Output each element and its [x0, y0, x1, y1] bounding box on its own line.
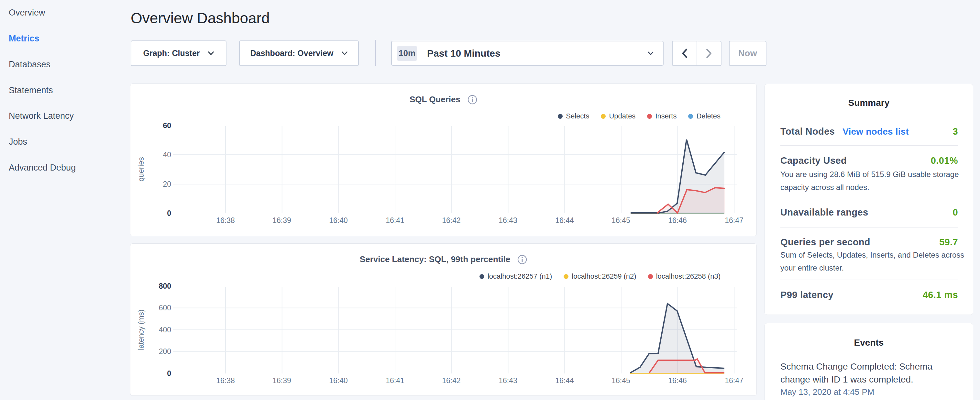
svg-text:16:45: 16:45 — [611, 376, 630, 385]
svg-text:40: 40 — [163, 150, 171, 159]
svg-text:16:45: 16:45 — [611, 216, 630, 225]
svg-text:16:43: 16:43 — [499, 216, 517, 225]
svg-text:16:46: 16:46 — [668, 216, 687, 225]
svg-text:16:40: 16:40 — [329, 376, 348, 385]
svg-text:latency (ms): latency (ms) — [137, 309, 145, 350]
svg-text:queries: queries — [137, 157, 145, 181]
svg-text:16:42: 16:42 — [442, 216, 461, 225]
svg-text:400: 400 — [159, 325, 171, 334]
svg-text:200: 200 — [159, 347, 171, 356]
svg-text:16:39: 16:39 — [272, 376, 291, 385]
svg-text:16:41: 16:41 — [386, 216, 404, 225]
svg-text:60: 60 — [163, 121, 171, 130]
svg-text:0: 0 — [167, 209, 171, 217]
svg-text:16:43: 16:43 — [499, 376, 517, 385]
svg-text:20: 20 — [163, 180, 171, 188]
svg-text:0: 0 — [167, 369, 171, 378]
svg-text:16:44: 16:44 — [555, 216, 574, 225]
svg-text:16:41: 16:41 — [386, 376, 404, 385]
svg-text:16:47: 16:47 — [725, 216, 743, 225]
svg-text:800: 800 — [159, 282, 171, 290]
svg-text:16:42: 16:42 — [442, 376, 461, 385]
svg-text:16:40: 16:40 — [329, 216, 348, 225]
svg-text:600: 600 — [159, 304, 171, 312]
svg-text:16:39: 16:39 — [272, 216, 291, 225]
svg-text:16:46: 16:46 — [668, 376, 687, 385]
svg-text:16:38: 16:38 — [216, 376, 235, 385]
svg-text:16:47: 16:47 — [725, 376, 743, 385]
svg-text:16:38: 16:38 — [216, 216, 235, 225]
svg-text:16:44: 16:44 — [555, 376, 574, 385]
